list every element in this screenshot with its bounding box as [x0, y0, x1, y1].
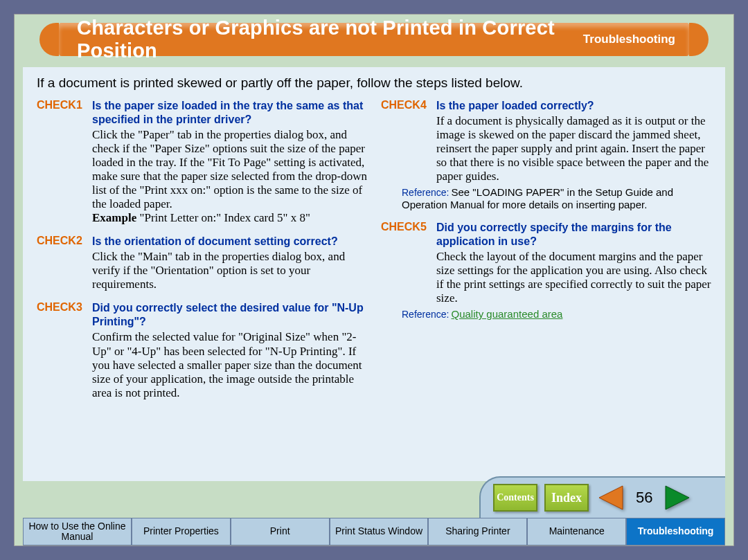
check-body: If a document is physically damaged as i…	[436, 114, 711, 183]
left-column: CHECK1 Is the paper size loaded in the t…	[37, 99, 367, 410]
check-body: Confirm the selected value for "Original…	[92, 330, 367, 399]
section-label: Troubleshooting	[583, 33, 675, 46]
svg-marker-1	[666, 486, 689, 509]
prev-page-button[interactable]	[596, 485, 625, 511]
page-number: 56	[636, 489, 652, 507]
check-question: Is the paper loaded correctly?	[436, 99, 594, 113]
check-question: Is the orientation of document setting c…	[92, 235, 338, 249]
check-body-text: Click the "Paper" tab in the properties …	[92, 128, 367, 210]
check-body: Check the layout of the document margins…	[436, 250, 711, 305]
check-number: CHECK1	[37, 99, 92, 111]
reference-label: Reference:	[402, 309, 449, 320]
intro-text: If a document is printed skewed or partl…	[37, 75, 711, 91]
check1: CHECK1 Is the paper size loaded in the t…	[37, 99, 367, 225]
example-label: Example	[92, 211, 136, 224]
check-body-text: If a document is physically damaged as i…	[436, 114, 709, 183]
tab-maintenance[interactable]: Maintenance	[527, 518, 626, 545]
example-text: "Print Letter on:" Index card 5" x 8"	[136, 211, 310, 224]
next-page-button[interactable]	[664, 485, 693, 511]
svg-marker-0	[599, 486, 623, 509]
contents-button[interactable]: Contents	[493, 484, 537, 512]
tab-bar: How to Use the Online Manual Printer Pro…	[23, 518, 725, 545]
columns: CHECK1 Is the paper size loaded in the t…	[37, 99, 711, 410]
nav-panel: Contents Index 56	[479, 476, 725, 518]
check-body: Click the "Paper" tab in the properties …	[92, 128, 367, 225]
reference-row: Reference:Quality guaranteed area	[402, 308, 711, 320]
reference-link[interactable]: Quality guaranteed area	[451, 308, 562, 320]
check3: CHECK3 Did you correctly select the desi…	[37, 301, 367, 399]
check-number: CHECK4	[381, 99, 436, 111]
tab-how-to-use[interactable]: How to Use the Online Manual	[23, 518, 132, 545]
check-number: CHECK3	[37, 301, 92, 314]
tab-troubleshooting[interactable]: Troubleshooting	[626, 518, 725, 545]
right-column: CHECK4 Is the paper loaded correctly? If…	[381, 99, 711, 410]
check-body: Click the "Main" tab in the properties d…	[92, 250, 367, 291]
reference-row: Reference:See "LOADING PAPER" in the Set…	[402, 186, 711, 211]
page-frame: Characters or Graphics are not Printed i…	[14, 14, 734, 546]
reference-label: Reference:	[402, 187, 449, 198]
tab-print-status-window[interactable]: Print Status Window	[330, 518, 429, 545]
header-inner: Characters or Graphics are not Printed i…	[59, 23, 689, 56]
check-question: Is the paper size loaded in the tray the…	[92, 99, 367, 127]
page-title: Characters or Graphics are not Printed i…	[77, 17, 583, 62]
tab-print[interactable]: Print	[231, 518, 330, 545]
check2: CHECK2 Is the orientation of document se…	[37, 235, 367, 291]
header-cap-right	[689, 23, 709, 56]
header-cap-left	[39, 23, 59, 56]
tab-printer-properties[interactable]: Printer Properties	[132, 518, 231, 545]
index-button[interactable]: Index	[544, 484, 589, 512]
check-question: Did you correctly specify the margins fo…	[436, 221, 711, 249]
check-question: Did you correctly select the desired val…	[92, 301, 367, 329]
check4: CHECK4 Is the paper loaded correctly? If…	[381, 99, 711, 211]
check-number: CHECK5	[381, 221, 436, 233]
check-number: CHECK2	[37, 235, 92, 247]
check5: CHECK5 Did you correctly specify the mar…	[381, 221, 711, 320]
header-bar: Characters or Graphics are not Printed i…	[49, 23, 699, 56]
content-area: If a document is printed skewed or partl…	[23, 67, 725, 481]
tab-sharing-printer[interactable]: Sharing Printer	[428, 518, 527, 545]
